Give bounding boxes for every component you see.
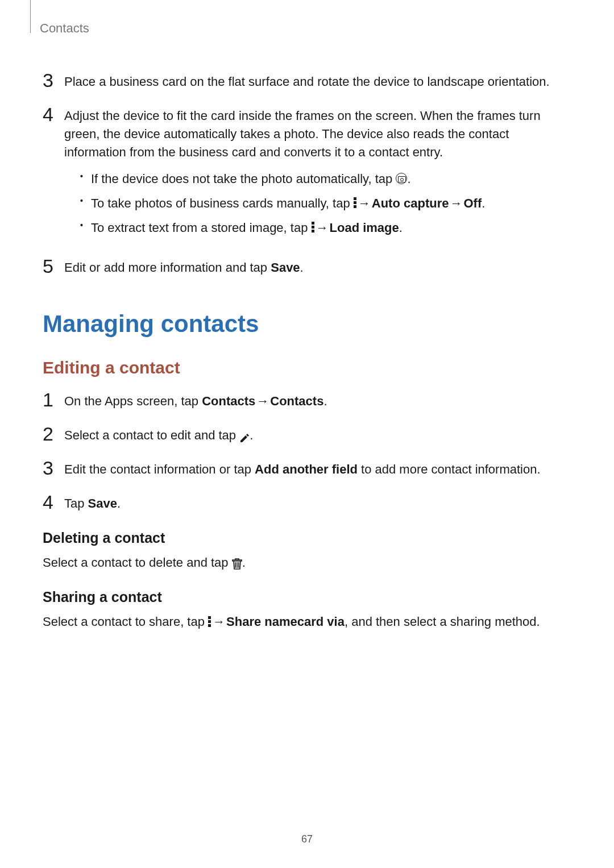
bold-label: Save xyxy=(271,260,300,275)
list-edit-step-4: 4 Tap Save. xyxy=(43,495,567,513)
header-section-title: Contacts xyxy=(40,20,567,36)
bullet-text: If the device does not take the photo au… xyxy=(91,169,411,188)
text-fragment: , and then select a sharing method. xyxy=(345,614,540,629)
list-step-4: 4 Adjust the device to fit the card insi… xyxy=(43,107,567,243)
text-fragment: . xyxy=(482,196,485,210)
bullet-text: To take photos of business cards manuall… xyxy=(91,194,485,213)
step-text: Adjust the device to fit the card inside… xyxy=(64,109,541,159)
text-fragment: On the Apps screen, tap xyxy=(64,394,202,408)
step-text: Edit or add more information and tap Sav… xyxy=(64,259,567,277)
heading-editing-contact: Editing a contact xyxy=(43,358,567,377)
camera-icon xyxy=(396,173,407,184)
deleting-text: Select a contact to delete and tap . xyxy=(43,553,567,572)
step-number: 4 xyxy=(43,105,64,124)
page: Contacts 3 Place a business card on the … xyxy=(0,0,614,868)
list-step-3: 3 Place a business card on the flat surf… xyxy=(43,73,567,91)
text-fragment: . xyxy=(300,260,304,275)
bullet-text: To extract text from a stored image, tap… xyxy=(91,218,403,237)
step-number: 2 xyxy=(43,424,64,443)
step-text: Select a contact to edit and tap . xyxy=(64,426,567,445)
pencil-icon xyxy=(239,430,250,441)
more-menu-icon xyxy=(312,221,315,234)
bold-label: Off xyxy=(463,196,482,210)
arrow-right-icon: → xyxy=(213,612,225,631)
bold-label: Contacts xyxy=(202,394,255,408)
step-number: 3 xyxy=(43,458,64,477)
text-fragment: . xyxy=(117,496,121,510)
bullet-dot-icon: • xyxy=(80,194,83,208)
text-fragment: To extract text from a stored image, tap xyxy=(91,221,312,235)
page-number: 67 xyxy=(0,833,614,845)
step-text: Place a business card on the flat surfac… xyxy=(64,73,567,91)
list-edit-step-1: 1 On the Apps screen, tap Contacts → Con… xyxy=(43,392,567,410)
arrow-right-icon: → xyxy=(316,218,329,237)
more-menu-icon xyxy=(208,615,211,628)
step-number: 3 xyxy=(43,70,64,90)
heading-sharing-contact: Sharing a contact xyxy=(43,589,567,605)
text-fragment: to add more contact information. xyxy=(358,462,541,476)
step-number: 1 xyxy=(43,390,64,409)
bold-label: Auto capture xyxy=(372,196,449,210)
text-fragment: Edit the contact information or tap xyxy=(64,462,255,476)
text-fragment: Select a contact to delete and tap xyxy=(43,555,232,570)
text-fragment: . xyxy=(399,221,403,235)
bullet-item: • To take photos of business cards manua… xyxy=(80,194,567,213)
heading-deleting-contact: Deleting a contact xyxy=(43,530,567,546)
list-step-5: 5 Edit or add more information and tap S… xyxy=(43,259,567,277)
more-menu-icon xyxy=(354,196,357,209)
header-rule xyxy=(30,0,31,33)
step-number: 5 xyxy=(43,256,64,276)
text-fragment: . xyxy=(323,394,327,408)
bullet-list: • If the device does not take the photo … xyxy=(80,169,567,237)
bullet-item: • If the device does not take the photo … xyxy=(80,169,567,188)
bold-label: Add another field xyxy=(255,462,358,476)
text-fragment: Tap xyxy=(64,496,88,510)
step-text: Edit the contact information or tap Add … xyxy=(64,460,567,479)
bullet-dot-icon: • xyxy=(80,218,83,232)
arrow-right-icon: → xyxy=(256,392,269,410)
list-edit-step-2: 2 Select a contact to edit and tap . xyxy=(43,426,567,445)
text-fragment: Select a contact to share, tap xyxy=(43,614,208,629)
text-fragment: Select a contact to edit and tap xyxy=(64,428,239,442)
arrow-right-icon: → xyxy=(358,194,371,213)
text-fragment: Edit or add more information and tap xyxy=(64,260,271,275)
sharing-text: Select a contact to share, tap → Share n… xyxy=(43,612,567,631)
bold-label: Contacts xyxy=(270,394,323,408)
step-number: 4 xyxy=(43,492,64,512)
bold-label: Load image xyxy=(330,221,399,235)
bullet-item: • To extract text from a stored image, t… xyxy=(80,218,567,237)
step-text: Tap Save. xyxy=(64,495,567,513)
arrow-right-icon: → xyxy=(450,194,462,213)
bullet-dot-icon: • xyxy=(80,169,83,184)
step-body: Adjust the device to fit the card inside… xyxy=(64,107,567,243)
list-edit-step-3: 3 Edit the contact information or tap Ad… xyxy=(43,460,567,479)
text-fragment: To take photos of business cards manuall… xyxy=(91,196,354,210)
trash-icon xyxy=(232,556,242,567)
text-fragment: . xyxy=(407,172,410,186)
text-fragment: . xyxy=(242,555,246,570)
step-text: On the Apps screen, tap Contacts → Conta… xyxy=(64,392,567,410)
bold-label: Save xyxy=(88,496,117,510)
text-fragment: If the device does not take the photo au… xyxy=(91,172,396,186)
content-body: 3 Place a business card on the flat surf… xyxy=(43,73,567,631)
text-fragment: . xyxy=(250,428,253,442)
bold-label: Share namecard via xyxy=(226,614,345,629)
heading-managing-contacts: Managing contacts xyxy=(43,310,567,338)
